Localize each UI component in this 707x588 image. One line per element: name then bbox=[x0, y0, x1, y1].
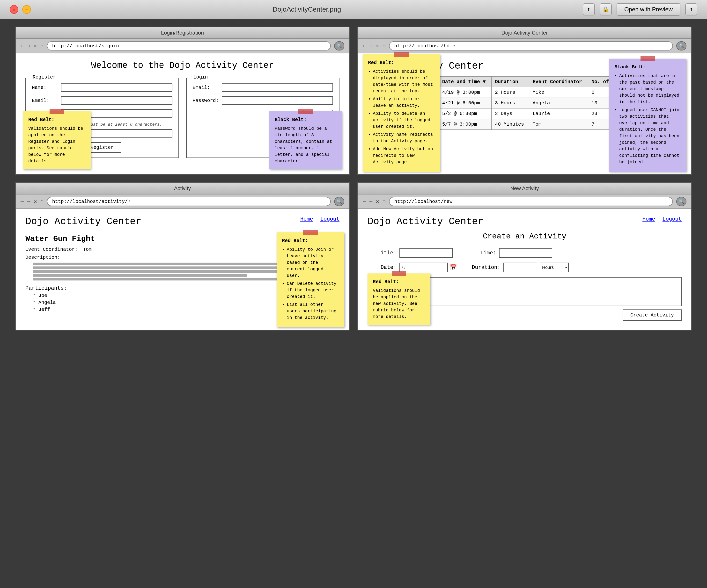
red-belt-item-5: Add New Activity button redirects to New… bbox=[373, 146, 435, 166]
register-email-label: Email: bbox=[32, 98, 59, 103]
description-textarea[interactable] bbox=[409, 277, 682, 306]
date-field-group: Date: 📅 bbox=[368, 263, 457, 272]
duration-unit-select[interactable]: Hours Minutes Days bbox=[540, 263, 569, 272]
toolbar-actions: ⬆ 🔒 Open with Preview ⬆ bbox=[583, 3, 697, 16]
register-email-row: Email: bbox=[32, 96, 172, 105]
desc-line-4 bbox=[33, 274, 247, 277]
minimize-button[interactable]: − bbox=[22, 5, 31, 14]
home-btn-2[interactable]: ⌂ bbox=[382, 43, 386, 49]
sticky-tape-ac-black bbox=[640, 56, 655, 61]
url-bar-2[interactable] bbox=[389, 41, 673, 50]
red-belt-title-new-activity: Red Belt: bbox=[373, 278, 425, 286]
forward-btn-4[interactable]: → bbox=[369, 198, 372, 205]
datetime-cell-3: 5/7 @ 3:00pm bbox=[439, 119, 491, 130]
activity-panel: Activity ← → ✕ ⌂ 🔍 Dojo Activity Center … bbox=[15, 182, 350, 330]
back-btn-4[interactable]: ← bbox=[363, 198, 366, 205]
rb-act-1: Ability to Join or Leave activity based … bbox=[287, 247, 339, 279]
activity-home-link[interactable]: Home bbox=[300, 216, 313, 222]
create-activity-button[interactable]: Create Activity bbox=[622, 309, 682, 321]
sticky-tape-ac-red bbox=[394, 52, 409, 57]
time-input[interactable] bbox=[499, 248, 552, 258]
black-belt-title-ac: Black Belt: bbox=[614, 64, 681, 71]
close-btn-1[interactable]: ✕ bbox=[34, 43, 37, 49]
close-button[interactable]: ✕ bbox=[10, 5, 19, 14]
red-belt-item-2: Ability to join or leave an activity. bbox=[373, 96, 435, 109]
sticky-tape-2 bbox=[298, 109, 313, 114]
activity-logout-link[interactable]: Logout bbox=[321, 216, 339, 222]
coordinator-value: Tom bbox=[83, 247, 92, 252]
desc-line-5 bbox=[33, 278, 278, 281]
login-password-input[interactable] bbox=[222, 96, 333, 105]
sticky-tape-new-act bbox=[392, 271, 406, 276]
rb-act-2: Can Delete activity if the logged user c… bbox=[287, 281, 339, 300]
close-btn-3[interactable]: ✕ bbox=[34, 198, 37, 205]
search-btn-2[interactable]: 🔍 bbox=[676, 41, 686, 50]
home-btn-3[interactable]: ⌂ bbox=[40, 198, 43, 205]
activity-center-body: Dojo Activity Center Welcome, Mike! Logo… bbox=[358, 53, 691, 174]
rb-act-3: List all other users participating in th… bbox=[287, 301, 339, 321]
register-name-row: Name: bbox=[32, 83, 172, 92]
black-belt-item-1: Activities that are in the past based on… bbox=[619, 73, 681, 105]
duration-cell-0: 2 Hours bbox=[492, 87, 529, 98]
title-field-group: Title: bbox=[368, 248, 452, 258]
home-btn-1[interactable]: ⌂ bbox=[40, 43, 43, 49]
search-btn-4[interactable]: 🔍 bbox=[676, 197, 686, 206]
datetime-cell-2: 5/2 @ 6:30pm bbox=[439, 108, 491, 119]
red-belt-content-1: Validations should be applied on the Reg… bbox=[28, 125, 86, 164]
activity-page-title: Dojo Activity Center bbox=[25, 216, 141, 227]
url-bar-1[interactable] bbox=[47, 41, 331, 50]
home-btn-4[interactable]: ⌂ bbox=[382, 198, 386, 205]
title-time-row: Title: Time: bbox=[368, 248, 682, 258]
date-field-label: Date: bbox=[368, 264, 397, 270]
activity-page-links: Home Logout bbox=[300, 216, 339, 222]
url-bar-4[interactable] bbox=[389, 197, 673, 206]
back-btn-1[interactable]: ← bbox=[21, 43, 24, 49]
back-btn-3[interactable]: ← bbox=[21, 198, 24, 205]
duration-input-group: Hours Minutes Days bbox=[503, 263, 569, 272]
title-bar: ✕ − DojoActivityCenter.png ⬆ 🔒 Open with… bbox=[0, 0, 707, 19]
time-field-label: Time: bbox=[467, 250, 496, 256]
title-input[interactable] bbox=[399, 248, 452, 258]
close-btn-4[interactable]: ✕ bbox=[376, 198, 379, 205]
register-email-input[interactable] bbox=[61, 96, 172, 105]
back-btn-2[interactable]: ← bbox=[363, 43, 366, 49]
login-password-label: Password: bbox=[193, 98, 219, 103]
red-belt-list-activity: Ability to Join or Leave activity based … bbox=[282, 247, 339, 321]
forward-btn-2[interactable]: → bbox=[369, 43, 372, 49]
panel-2-title: Dojo Activity Center bbox=[358, 27, 691, 39]
desc-line-3 bbox=[33, 270, 303, 273]
black-belt-item-2: Logged user CANNOT join two activities t… bbox=[619, 107, 681, 166]
forward-btn-3[interactable]: → bbox=[27, 198, 30, 205]
close-btn-2[interactable]: ✕ bbox=[376, 43, 379, 49]
new-activity-logout-link[interactable]: Logout bbox=[663, 216, 682, 222]
col-datetime[interactable]: Date and Time ▼ bbox=[439, 77, 491, 87]
duration-cell-1: 3 Hours bbox=[492, 98, 529, 108]
forward-btn-1[interactable]: → bbox=[27, 43, 30, 49]
title-field-label: Title: bbox=[368, 250, 397, 256]
black-belt-list-ac: Activities that are in the past based on… bbox=[614, 73, 681, 166]
window-title: DojoActivityCenter.png bbox=[272, 6, 341, 13]
url-bar-3[interactable] bbox=[47, 197, 331, 206]
date-input-group: 📅 bbox=[399, 263, 457, 272]
red-belt-title-ac: Red Belt: bbox=[368, 59, 435, 66]
red-belt-content-new-activity: Validations should be applied on the new… bbox=[373, 288, 425, 320]
share-icon[interactable]: ⬆ bbox=[583, 3, 595, 15]
calendar-icon[interactable]: 📅 bbox=[450, 264, 457, 271]
date-input[interactable] bbox=[399, 263, 448, 272]
new-activity-home-link[interactable]: Home bbox=[642, 216, 655, 222]
login-email-input[interactable] bbox=[222, 83, 333, 92]
sticky-tape-1 bbox=[49, 109, 64, 114]
date-duration-row: Date: 📅 Duration: Hours Minutes Days bbox=[368, 263, 682, 272]
login-password-row: Password: bbox=[193, 96, 333, 105]
new-activity-page-links: Home Logout bbox=[642, 216, 682, 222]
lock-icon[interactable]: 🔒 bbox=[600, 3, 612, 15]
open-with-preview-button[interactable]: Open with Preview bbox=[616, 3, 680, 16]
search-btn-1[interactable]: 🔍 bbox=[334, 41, 344, 50]
red-belt-item-4: Activity name redirects to the Activity … bbox=[373, 132, 435, 144]
red-belt-list-ac: Activities should be displayed in order … bbox=[368, 68, 435, 166]
red-belt-note-activity: Red Belt: Ability to Join or Leave activ… bbox=[277, 232, 344, 327]
duration-value-input[interactable] bbox=[503, 263, 537, 272]
search-btn-3[interactable]: 🔍 bbox=[334, 197, 344, 206]
export-icon[interactable]: ⬆ bbox=[685, 3, 697, 15]
register-name-input[interactable] bbox=[61, 83, 172, 92]
